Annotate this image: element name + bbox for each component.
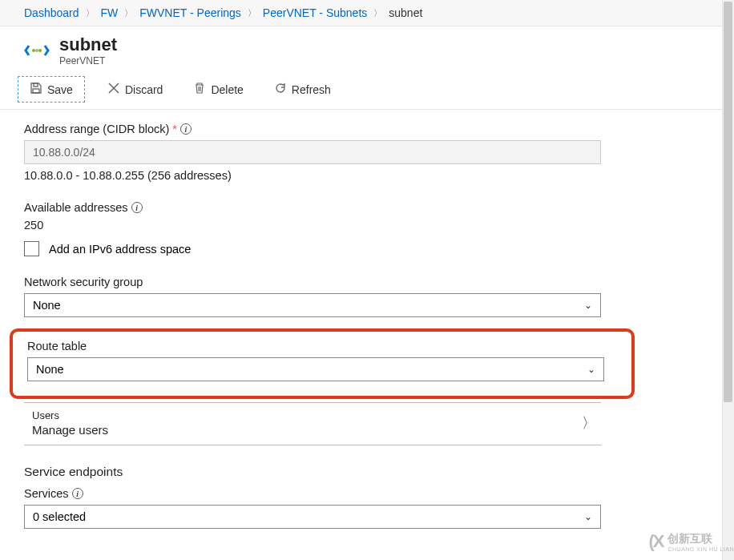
- route-table-select[interactable]: None ⌄: [27, 357, 604, 381]
- watermark-brand: 创新互联: [667, 532, 734, 546]
- available-value: 250: [24, 219, 710, 232]
- info-icon[interactable]: i: [72, 488, 83, 499]
- chevron-right-icon: 〉: [124, 7, 133, 19]
- toolbar: Save Discard Delete Refresh: [0, 73, 734, 110]
- breadcrumb-current: subnet: [389, 6, 422, 19]
- users-sub: Manage users: [32, 423, 108, 437]
- page-header: subnet PeerVNET: [0, 26, 734, 73]
- close-icon: [107, 82, 120, 97]
- info-icon[interactable]: i: [180, 123, 192, 135]
- chevron-right-icon: 〉: [248, 7, 256, 19]
- required-star: *: [172, 123, 177, 135]
- svg-point-1: [35, 49, 38, 52]
- refresh-label: Refresh: [292, 83, 331, 96]
- delete-button[interactable]: Delete: [185, 79, 251, 100]
- chevron-right-icon: 〉: [373, 7, 382, 19]
- address-range-label: Address range (CIDR block) * i: [24, 123, 710, 135]
- route-table-highlight: Route table None ⌄: [10, 328, 635, 399]
- chevron-down-icon: ⌄: [584, 511, 592, 522]
- scrollbar[interactable]: [722, 0, 734, 560]
- info-icon[interactable]: i: [131, 202, 143, 213]
- svg-rect-4: [33, 89, 39, 93]
- ipv6-label: Add an IPv6 address space: [49, 243, 191, 256]
- save-button[interactable]: Save: [18, 76, 85, 103]
- watermark-logo: (X: [648, 531, 663, 552]
- breadcrumb-dashboard[interactable]: Dashboard: [24, 6, 79, 19]
- breadcrumb: Dashboard 〉 FW 〉 FWVNET - Peerings 〉 Pee…: [0, 0, 734, 26]
- save-icon: [30, 82, 42, 97]
- address-range-hint: 10.88.0.0 - 10.88.0.255 (256 addresses): [24, 169, 710, 182]
- chevron-down-icon: ⌄: [587, 364, 595, 375]
- refresh-button[interactable]: Refresh: [266, 79, 339, 100]
- watermark-sub: CHUANG XIN HU LIAN: [667, 546, 734, 552]
- services-label-text: Services: [24, 487, 69, 500]
- svg-rect-3: [34, 83, 38, 87]
- subnet-icon: [24, 34, 50, 66]
- route-table-value: None: [36, 363, 64, 376]
- users-title: Users: [32, 409, 108, 421]
- chevron-right-icon: 〉: [582, 413, 601, 433]
- trash-icon: [193, 82, 206, 97]
- service-endpoints-label: Service endpoints: [24, 465, 710, 479]
- services-label: Services i: [24, 487, 710, 500]
- scroll-thumb[interactable]: [724, 2, 732, 402]
- svg-point-0: [32, 49, 35, 52]
- nsg-label: Network security group: [24, 276, 710, 288]
- page-title: subnet: [59, 34, 117, 55]
- nsg-value: None: [33, 299, 61, 312]
- address-range-input[interactable]: [24, 140, 601, 164]
- discard-button[interactable]: Discard: [99, 79, 171, 100]
- chevron-down-icon: ⌄: [584, 300, 592, 311]
- available-label-text: Available addresses: [24, 201, 128, 214]
- svg-point-2: [38, 49, 42, 52]
- services-value: 0 selected: [33, 510, 86, 523]
- available-label: Available addresses i: [24, 201, 710, 214]
- breadcrumb-peervnet[interactable]: PeerVNET - Subnets: [263, 6, 367, 19]
- discard-label: Discard: [125, 83, 163, 96]
- breadcrumb-fwvnet[interactable]: FWVNET - Peerings: [139, 6, 241, 19]
- watermark: (X 创新互联 CHUANG XIN HU LIAN: [648, 531, 734, 552]
- breadcrumb-fw[interactable]: FW: [101, 6, 119, 19]
- services-select[interactable]: 0 selected ⌄: [24, 505, 601, 529]
- page-subtitle: PeerVNET: [59, 55, 117, 66]
- ipv6-checkbox[interactable]: [24, 241, 39, 256]
- address-range-label-text: Address range (CIDR block): [24, 123, 169, 135]
- route-table-label: Route table: [27, 340, 631, 353]
- users-row[interactable]: Users Manage users 〉: [24, 402, 601, 445]
- delete-label: Delete: [211, 83, 243, 96]
- content: Address range (CIDR block) * i 10.88.0.0…: [0, 110, 734, 542]
- refresh-icon: [274, 82, 287, 97]
- save-label: Save: [47, 83, 73, 96]
- chevron-right-icon: 〉: [86, 7, 95, 19]
- nsg-select[interactable]: None ⌄: [24, 293, 601, 317]
